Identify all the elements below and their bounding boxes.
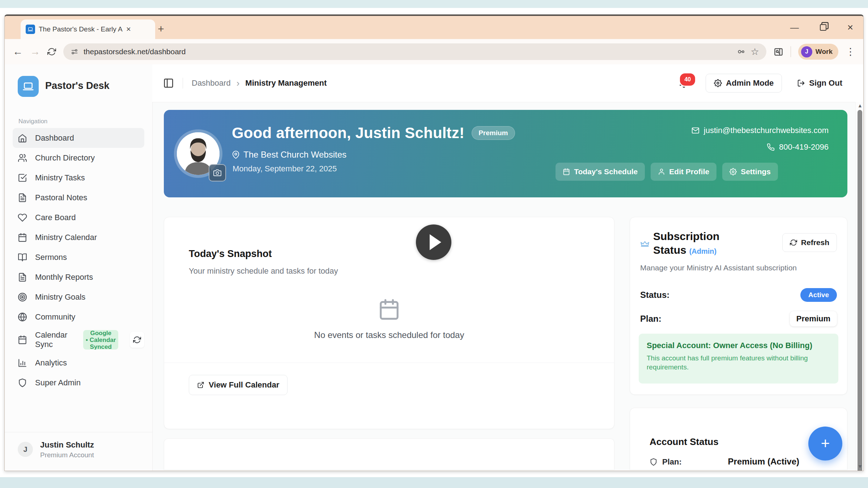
crown-icon <box>640 240 650 249</box>
edit-profile-button[interactable]: Edit Profile <box>651 163 716 181</box>
tab-title: The Pastor's Desk - Early Access <box>39 25 123 33</box>
greeting-title: Good afternoon, Justin Schultz! <box>232 124 464 142</box>
breadcrumb-separator: › <box>237 78 240 89</box>
sidebar-item-church-directory[interactable]: Church Directory <box>13 148 144 168</box>
url-text: thepastorsdesk.net/dashboard <box>84 47 732 56</box>
user-email: justin@thebestchurchwebsites.com <box>704 126 829 135</box>
sidebar-item-monthly-reports[interactable]: Monthly Reports <box>13 267 144 287</box>
window-restore-button[interactable] <box>820 24 826 31</box>
breadcrumb-section[interactable]: Dashboard <box>192 78 231 88</box>
empty-calendar-icon <box>378 298 400 321</box>
globe-icon <box>18 312 27 322</box>
document-icon <box>18 193 27 202</box>
sidebar-item-care-board[interactable]: Care Board <box>13 207 144 227</box>
account-plan-row: Plan: <box>650 457 682 467</box>
dashboard-content: Good afternoon, Justin Schultz! Premium … <box>152 102 863 471</box>
report-icon <box>18 273 27 282</box>
calendar-icon <box>563 168 570 175</box>
sidebar-item-dashboard[interactable]: Dashboard <box>13 128 144 148</box>
snapshot-title: Today's Snapshot <box>189 248 272 260</box>
users-icon <box>18 153 27 163</box>
refresh-button[interactable]: Refresh <box>782 233 837 252</box>
bar-chart-icon <box>18 358 27 368</box>
organization-name: The Best Church Websites <box>243 150 346 160</box>
browser-menu-icon[interactable]: ⋮ <box>846 47 855 57</box>
side-panel-icon[interactable] <box>774 47 783 57</box>
site-settings-icon[interactable] <box>71 48 78 56</box>
browser-tab-strip: The Pastor's Desk - Early Access × + — × <box>5 16 863 39</box>
settings-button[interactable]: Settings <box>722 163 778 181</box>
new-tab-button[interactable]: + <box>152 20 170 38</box>
tab-favicon <box>26 25 35 34</box>
browser-tab[interactable]: The Pastor's Desk - Early Access × <box>21 20 155 39</box>
app-name: Pastor's Desk <box>45 80 110 91</box>
sync-refresh-icon[interactable] <box>130 332 144 348</box>
refresh-icon <box>790 239 797 246</box>
sidebar-toggle-icon[interactable] <box>163 78 174 89</box>
shield-icon <box>18 378 27 388</box>
back-icon[interactable]: ← <box>13 47 23 57</box>
url-bar[interactable]: thepastorsdesk.net/dashboard ☆ <box>63 43 766 60</box>
status-label: Status: <box>640 290 669 300</box>
home-icon <box>18 133 27 143</box>
nav-list: Dashboard Church Directory Ministry Task… <box>5 128 152 393</box>
sidebar-item-ministry-calendar[interactable]: Ministry Calendar <box>13 227 144 247</box>
notifications-bell-icon[interactable]: 40 <box>679 78 689 88</box>
sidebar-item-ministry-goals[interactable]: Ministry Goals <box>13 287 144 307</box>
sidebar-item-super-admin[interactable]: Super Admin <box>13 373 144 393</box>
sign-out-button[interactable]: Sign Out <box>797 78 842 88</box>
password-key-icon[interactable] <box>737 47 746 56</box>
user-avatar: J <box>18 442 33 457</box>
sign-out-icon <box>797 79 805 87</box>
view-full-calendar-button[interactable]: View Full Calendar <box>189 375 288 395</box>
plan-label: Plan: <box>640 314 661 324</box>
phone-icon <box>767 143 775 151</box>
breadcrumb-page: Ministry Management <box>245 78 327 88</box>
reload-icon[interactable] <box>47 47 56 56</box>
admin-tag: (Admin) <box>689 247 717 255</box>
desktop-bottom-strip <box>0 477 868 488</box>
page-header: Dashboard › Ministry Management 40 Admin… <box>152 64 863 102</box>
add-fab-button[interactable]: + <box>808 427 842 461</box>
sidebar-user-footer[interactable]: J Justin Schultz Premium Account <box>5 432 152 467</box>
special-account-notice: Special Account: Owner Access (No Billin… <box>639 334 838 384</box>
browser-window: The Pastor's Desk - Early Access × + — ×… <box>4 14 864 471</box>
admin-mode-button[interactable]: Admin Mode <box>706 74 782 93</box>
forward-icon[interactable]: → <box>30 47 40 57</box>
gear-icon <box>729 168 737 175</box>
camera-icon[interactable] <box>209 164 226 181</box>
todays-snapshot-card: Today's Snapshot Your ministry schedule … <box>164 217 614 429</box>
heart-icon <box>18 213 27 222</box>
status-row: Status: Active <box>640 288 837 302</box>
user-plan: Premium Account <box>40 451 94 459</box>
account-plan-value: Premium (Active) <box>728 457 799 467</box>
sidebar-item-sermons[interactable]: Sermons <box>13 247 144 267</box>
next-section-card <box>164 438 614 470</box>
sidebar-item-ministry-tasks[interactable]: Ministry Tasks <box>13 168 144 188</box>
window-minimize-button[interactable]: — <box>790 23 799 32</box>
mail-icon <box>692 127 699 134</box>
todays-schedule-button[interactable]: Today's Schedule <box>556 163 645 181</box>
person-icon <box>658 168 665 175</box>
gear-icon <box>714 79 722 87</box>
notice-title: Special Account: Owner Access (No Billin… <box>647 341 830 350</box>
subscription-status-card: Subscription Status(Admin) Refresh Manag… <box>630 217 847 395</box>
window-close-button[interactable]: × <box>847 22 853 33</box>
scroll-up-arrow-icon[interactable]: ▲ <box>856 103 864 108</box>
sidebar-item-calendar-sync[interactable]: Calendar Sync Google • Calendar Synced <box>13 327 144 353</box>
account-status-title: Account Status <box>650 436 719 448</box>
video-play-button[interactable] <box>416 224 451 260</box>
profile-label: Work <box>816 48 833 56</box>
user-name: Justin Schultz <box>40 440 94 450</box>
sidebar-item-community[interactable]: Community <box>13 307 144 327</box>
tab-close-icon[interactable]: × <box>126 25 131 33</box>
app-logo-icon <box>18 76 39 97</box>
sidebar-item-analytics[interactable]: Analytics <box>13 353 144 373</box>
bookmark-star-icon[interactable]: ☆ <box>751 47 759 56</box>
scrollbar-thumb[interactable] <box>858 110 862 471</box>
sidebar-item-pastoral-notes[interactable]: Pastoral Notes <box>13 188 144 207</box>
browser-profile-chip[interactable]: J Work <box>798 44 838 60</box>
greeting-banner: Good afternoon, Justin Schultz! Premium … <box>164 110 847 197</box>
sidebar: Pastor's Desk Navigation Dashboard Churc… <box>5 64 153 471</box>
scroll-down-arrow-icon[interactable]: ▼ <box>856 463 864 469</box>
